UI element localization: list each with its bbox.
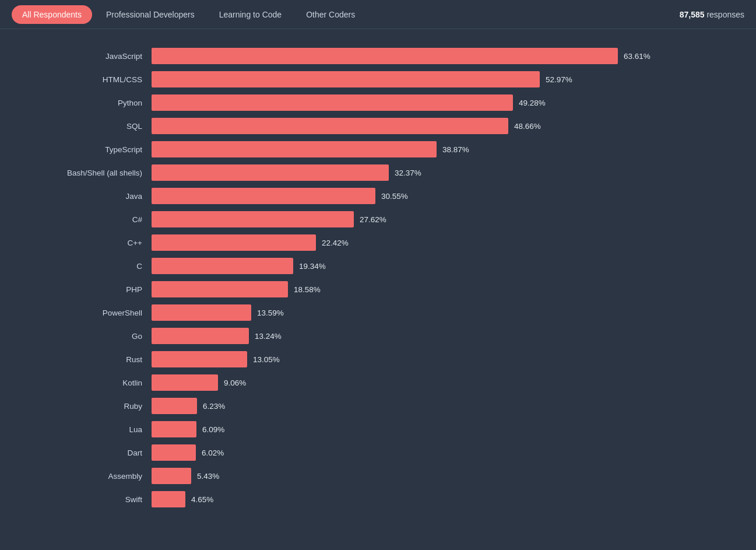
chart-row: Dart6.02% (35, 443, 721, 462)
bar-track: 13.24% (152, 328, 618, 344)
bar (152, 141, 437, 157)
bar-track: 6.23% (152, 398, 618, 414)
bar (152, 328, 249, 344)
bar (152, 281, 288, 297)
bar-track: 27.62% (152, 211, 618, 227)
bar (152, 351, 247, 367)
bar (152, 94, 513, 111)
bar-track: 6.02% (152, 444, 618, 461)
bar-label: Go (35, 332, 152, 341)
bar-label: C# (35, 215, 152, 224)
bar-percentage: 19.34% (299, 262, 326, 271)
chart-row: Kotlin9.06% (35, 373, 721, 392)
chart-row: Lua6.09% (35, 420, 721, 439)
bar-track: 19.34% (152, 258, 618, 274)
bar-label: Assembly (35, 472, 152, 481)
tab-pro[interactable]: Professional Developers (96, 5, 205, 24)
bar (152, 211, 354, 227)
bar-label: Ruby (35, 402, 152, 411)
bar-percentage: 13.05% (253, 355, 280, 364)
bar-track: 18.58% (152, 281, 618, 297)
bar-label: Lua (35, 425, 152, 434)
bar-track: 9.06% (152, 374, 618, 391)
chart-row: SQL48.66% (35, 117, 721, 135)
bar-label: Swift (35, 495, 152, 504)
bar-percentage: 5.43% (197, 472, 219, 481)
bar-percentage: 52.97% (546, 75, 572, 84)
bar-percentage: 38.87% (442, 145, 469, 154)
tab-other[interactable]: Other Coders (296, 5, 365, 24)
bar-label: JavaScript (35, 52, 152, 61)
chart-row: C#27.62% (35, 210, 721, 229)
bar (152, 188, 375, 204)
tab-learn[interactable]: Learning to Code (209, 5, 292, 24)
chart-row: JavaScript63.61% (35, 47, 721, 65)
bar-percentage: 49.28% (519, 99, 546, 107)
tab-all[interactable]: All Respondents (12, 5, 92, 24)
bar (152, 444, 196, 461)
bar-percentage: 32.37% (395, 169, 421, 177)
chart-row: TypeScript38.87% (35, 140, 721, 159)
bar-percentage: 22.42% (322, 239, 349, 247)
response-count: 87,585 responses (680, 10, 744, 19)
bar-track: 4.65% (152, 491, 618, 507)
bar-track: 13.05% (152, 351, 618, 367)
bar-label: C (35, 262, 152, 271)
bar-percentage: 6.02% (202, 449, 224, 457)
bar (152, 71, 540, 87)
bar-percentage: 4.65% (191, 495, 213, 504)
bar (152, 491, 185, 507)
bar (152, 234, 316, 251)
bar (152, 258, 293, 274)
chart-row: Python49.28% (35, 93, 721, 112)
bar (152, 398, 197, 414)
bar-percentage: 13.24% (255, 332, 282, 341)
bar (152, 164, 389, 181)
bar-label: Python (35, 99, 152, 107)
bar-label: PowerShell (35, 309, 152, 317)
chart-row: Go13.24% (35, 327, 721, 345)
bar-percentage: 9.06% (224, 379, 246, 387)
chart-row: C++22.42% (35, 233, 721, 252)
bar (152, 118, 508, 134)
chart-area: JavaScript63.61%HTML/CSS52.97%Python49.2… (0, 29, 756, 537)
bar-percentage: 30.55% (381, 192, 408, 201)
bar-label: HTML/CSS (35, 75, 152, 84)
bar-track: 6.09% (152, 421, 618, 437)
bar (152, 468, 191, 484)
bar-track: 13.59% (152, 304, 618, 321)
bar-percentage: 6.23% (203, 402, 225, 411)
bar-percentage: 6.09% (202, 425, 224, 434)
bar (152, 48, 618, 64)
bar-track: 52.97% (152, 71, 618, 87)
chart-row: PHP18.58% (35, 280, 721, 299)
bar-label: Kotlin (35, 379, 152, 387)
bar-label: TypeScript (35, 145, 152, 154)
bar (152, 421, 196, 437)
bar-track: 30.55% (152, 188, 618, 204)
bar-percentage: 18.58% (294, 285, 321, 294)
bar-track: 38.87% (152, 141, 618, 157)
bar-track: 49.28% (152, 94, 618, 111)
chart-row: Assembly5.43% (35, 467, 721, 485)
chart-row: Rust13.05% (35, 350, 721, 369)
bar-label: Java (35, 192, 152, 201)
bar-percentage: 48.66% (514, 122, 541, 131)
bar-track: 63.61% (152, 48, 618, 64)
bar-label: Rust (35, 355, 152, 364)
bar-label: PHP (35, 285, 152, 294)
bar-track: 5.43% (152, 468, 618, 484)
bar-track: 32.37% (152, 164, 618, 181)
chart-row: PowerShell13.59% (35, 303, 721, 322)
bar-label: SQL (35, 122, 152, 131)
chart-row: Bash/Shell (all shells)32.37% (35, 163, 721, 182)
bar-label: Bash/Shell (all shells) (35, 169, 152, 177)
bar-track: 48.66% (152, 118, 618, 134)
bar-percentage: 13.59% (257, 309, 284, 317)
chart-row: HTML/CSS52.97% (35, 70, 721, 89)
chart-row: Ruby6.23% (35, 397, 721, 415)
bar-percentage: 27.62% (360, 215, 386, 224)
bar-label: C++ (35, 239, 152, 247)
bar (152, 374, 218, 391)
bar (152, 304, 251, 321)
